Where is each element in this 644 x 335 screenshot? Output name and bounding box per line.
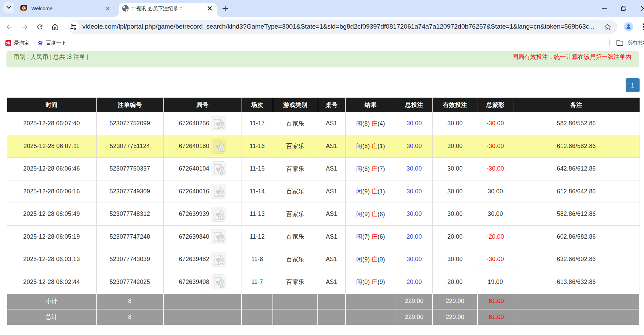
svg-text:淘: 淘 (6, 41, 11, 46)
svg-text:du: du (39, 43, 41, 45)
